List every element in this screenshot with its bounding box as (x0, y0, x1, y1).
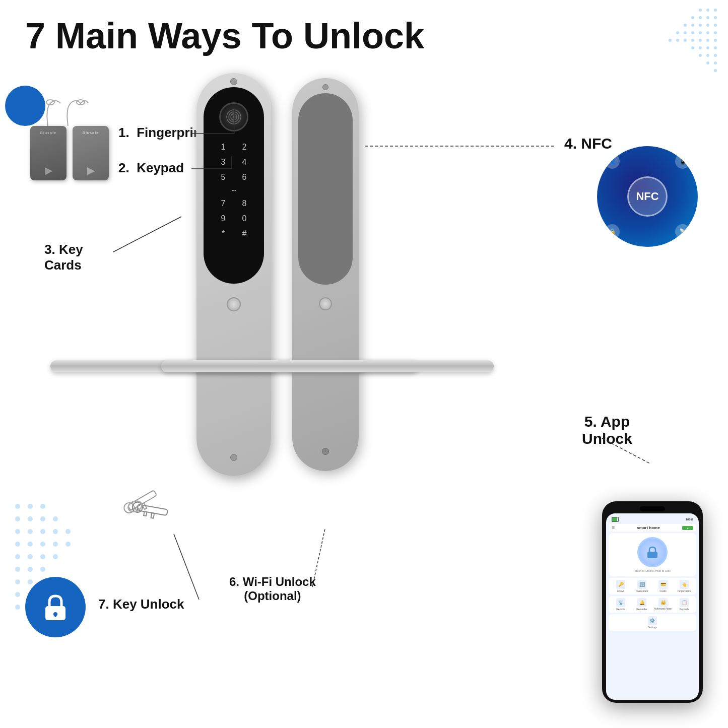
label-wifi-unlock: 6. Wi-Fi Unlock(Optional) (229, 575, 316, 603)
dots-top-right (615, 3, 725, 103)
svg-point-49 (40, 542, 45, 547)
svg-point-26 (706, 46, 709, 49)
svg-rect-83 (647, 552, 657, 558)
svg-point-24 (669, 39, 672, 42)
lock-front-panel: 12 34 56 ▪▪▪ 78 90 *# (196, 73, 271, 476)
lock-back-panel: + (292, 78, 359, 471)
svg-point-60 (28, 579, 33, 584)
svg-point-48 (28, 542, 33, 547)
svg-point-19 (706, 39, 709, 42)
svg-point-47 (15, 542, 20, 547)
svg-point-28 (691, 46, 694, 49)
svg-point-3 (714, 16, 717, 19)
svg-point-45 (53, 529, 58, 534)
keys-sketch (101, 476, 196, 557)
svg-point-57 (28, 567, 33, 572)
svg-point-6 (691, 16, 694, 19)
label-app-unlock: 5. AppUnlock (582, 413, 632, 447)
svg-point-50 (53, 542, 58, 547)
svg-point-16 (684, 31, 687, 34)
svg-point-4 (706, 16, 709, 19)
svg-point-64 (46, 100, 54, 105)
svg-point-30 (706, 54, 709, 57)
label-key-unlock: 7. Key Unlock (98, 597, 184, 612)
svg-point-38 (15, 516, 20, 521)
svg-point-10 (691, 24, 694, 27)
svg-point-32 (714, 61, 717, 64)
svg-point-7 (714, 24, 717, 27)
label-keypad: 2. Keypad (118, 160, 184, 176)
svg-point-14 (699, 31, 702, 34)
svg-point-2 (699, 9, 702, 12)
svg-point-25 (714, 46, 717, 49)
svg-point-17 (676, 31, 679, 34)
svg-rect-77 (151, 513, 155, 518)
phone-mockup: 100% ☰ smart home ● Touch to Unlock, Hol… (602, 501, 703, 703)
svg-point-39 (28, 516, 33, 521)
nfc-badge: NFC (636, 190, 658, 203)
svg-point-52 (15, 554, 20, 559)
svg-point-13 (706, 31, 709, 34)
svg-point-20 (699, 39, 702, 42)
svg-point-8 (706, 24, 709, 27)
svg-point-53 (28, 554, 33, 559)
svg-point-23 (676, 39, 679, 42)
svg-point-27 (699, 46, 702, 49)
svg-point-15 (691, 31, 694, 34)
svg-point-5 (699, 16, 702, 19)
svg-point-9 (699, 24, 702, 27)
svg-point-51 (65, 542, 71, 547)
svg-point-54 (40, 554, 45, 559)
svg-point-0 (714, 9, 717, 12)
svg-point-41 (53, 516, 58, 521)
svg-point-31 (699, 54, 702, 57)
label-keycards: 3. KeyCards (44, 242, 83, 273)
svg-point-34 (714, 69, 717, 72)
svg-point-59 (15, 579, 20, 584)
svg-point-61 (15, 592, 20, 597)
svg-point-12 (714, 31, 717, 34)
svg-point-37 (40, 504, 45, 509)
svg-point-42 (15, 529, 20, 534)
svg-line-88 (113, 217, 181, 252)
svg-point-22 (684, 39, 687, 42)
key-cards-image: Blusafe ▶ Blusafe ▶ (30, 98, 109, 180)
svg-point-11 (684, 24, 687, 27)
svg-point-46 (65, 529, 71, 534)
svg-point-1 (706, 9, 709, 12)
svg-point-33 (706, 61, 709, 64)
svg-point-29 (714, 54, 717, 57)
blue-circle-lock (25, 577, 86, 637)
svg-point-56 (15, 567, 20, 572)
svg-point-21 (691, 39, 694, 42)
svg-rect-76 (144, 511, 147, 516)
svg-point-55 (53, 554, 58, 559)
svg-point-44 (40, 529, 45, 534)
label-fingerprint: 1. Fingerprint (118, 125, 206, 141)
page-title: 7 Main Ways To Unlock (25, 15, 424, 56)
svg-point-63 (15, 605, 20, 610)
svg-point-36 (28, 504, 33, 509)
svg-point-43 (28, 529, 33, 534)
svg-point-18 (714, 39, 717, 42)
svg-point-35 (15, 504, 20, 509)
svg-point-40 (40, 516, 45, 521)
nfc-image: NFC 👤 📱 🔒 📡 (597, 146, 698, 247)
svg-point-65 (77, 100, 85, 105)
svg-point-58 (40, 567, 45, 572)
